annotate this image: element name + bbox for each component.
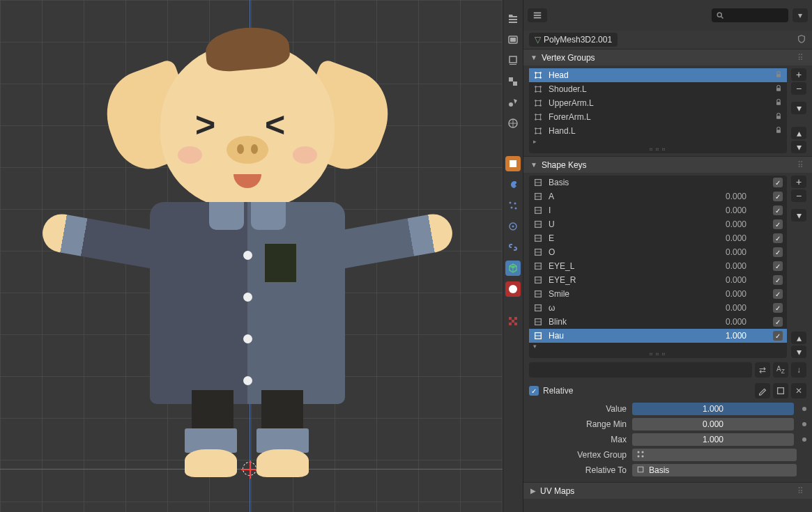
shape-key-mute-checkbox[interactable]: ✓	[773, 219, 783, 229]
shape-key-name-input[interactable]	[529, 362, 752, 378]
modifier-tab[interactable]	[505, 177, 521, 192]
vertex-groups-list[interactable]: HeadShouder.LUpperArm.LForerArm.LHand.L …	[529, 68, 787, 153]
shape-key-mute-checkbox[interactable]: ✓	[773, 275, 783, 285]
lock-icon[interactable]	[774, 70, 783, 81]
list-expand-arrow[interactable]: ▸	[529, 138, 787, 146]
render-tab[interactable]	[505, 32, 521, 47]
shape-keys-list[interactable]: Basis✓A0.000✓I0.000✓U0.000✓E0.000✓O0.000…	[529, 176, 787, 358]
search-input[interactable]	[712, 8, 788, 22]
shape-key-mute-checkbox[interactable]: ✓	[773, 303, 783, 313]
move-shape-key-down-button[interactable]: ▾	[791, 346, 806, 358]
shirt-button-1	[243, 251, 252, 260]
shape-key-row[interactable]: Hau1.000✓	[529, 329, 787, 343]
list-expand-arrow[interactable]: ▾	[529, 343, 787, 351]
vertex-group-row[interactable]: Shouder.L	[529, 82, 787, 96]
shape-key-row[interactable]: Smile0.000✓	[529, 287, 787, 301]
lock-icon[interactable]	[774, 126, 783, 137]
vertex-groups-header[interactable]: ▼ Vertex Groups ⠿	[523, 49, 812, 65]
options-dropdown[interactable]: ▾	[792, 8, 808, 22]
shape-key-mute-checkbox[interactable]: ✓	[773, 261, 783, 271]
move-shape-key-up-button[interactable]: ▴	[791, 332, 806, 344]
shape-key-mute-checkbox[interactable]: ✓	[773, 331, 783, 341]
remove-shape-key-button[interactable]: −	[791, 189, 806, 202]
shape-key-clear-button[interactable]: ✕	[791, 383, 806, 398]
cheek-right	[293, 146, 317, 164]
material-tab[interactable]	[505, 281, 521, 297]
shape-key-row[interactable]: A0.000✓	[529, 189, 787, 203]
eye-right: <	[265, 104, 285, 145]
shape-key-mute-checkbox[interactable]: ✓	[773, 317, 783, 327]
list-resize-grip[interactable]: ⠶⠶⠶	[529, 351, 787, 358]
scene-tab[interactable]	[505, 95, 521, 110]
shape-key-row[interactable]: EYE_L0.000✓	[529, 259, 787, 273]
texture-tab[interactable]	[505, 313, 521, 329]
particle-tab[interactable]	[505, 198, 521, 213]
shape-key-name: ω	[549, 303, 726, 313]
mesh-data-tab[interactable]	[505, 261, 521, 276]
vertex-group-row[interactable]: Hand.L	[529, 124, 787, 138]
shape-key-row[interactable]: ω0.000✓	[529, 301, 787, 315]
add-shape-key-button[interactable]: +	[791, 176, 806, 188]
shape-key-row[interactable]: E0.000✓	[529, 231, 787, 245]
add-vertex-group-button[interactable]: +	[791, 68, 806, 81]
shape-key-row[interactable]: U0.000✓	[529, 217, 787, 231]
shape-key-edit-mode-button[interactable]	[755, 383, 770, 398]
shape-key-value: 0.000	[726, 247, 746, 257]
shape-key-mute-checkbox[interactable]: ✓	[773, 247, 783, 257]
character-model[interactable]: > <	[42, 28, 453, 474]
3d-viewport[interactable]: > <	[0, 0, 503, 512]
value-field[interactable]: 1.000	[632, 403, 794, 415]
move-vertex-group-down-button[interactable]: ▾	[791, 141, 806, 153]
shape-key-sort-reverse-button[interactable]: ↓	[791, 362, 806, 378]
shape-key-left-right-icon[interactable]: ⇄	[755, 362, 770, 378]
shape-key-row[interactable]: Basis✓	[529, 176, 787, 189]
object-tab[interactable]	[505, 156, 521, 171]
viewlayer-tab[interactable]	[505, 74, 521, 89]
anim-dot[interactable]	[802, 422, 806, 426]
shape-key-specials-dropdown[interactable]: ▾	[791, 209, 806, 222]
shape-key-mute-checkbox[interactable]: ✓	[773, 233, 783, 243]
lock-icon[interactable]	[774, 112, 783, 123]
vertex-group-row[interactable]: Head	[529, 68, 787, 82]
shape-keys-header[interactable]: ▼ Shape Keys ⠿	[523, 156, 812, 173]
vertex-group-row[interactable]: UpperArm.L	[529, 96, 787, 110]
svg-rect-16	[514, 317, 517, 320]
shape-key-name: Hau	[549, 331, 726, 341]
fake-user-icon[interactable]	[797, 34, 806, 46]
relative-to-field[interactable]: Basis	[632, 464, 797, 476]
uv-maps-header[interactable]: ▶ UV Maps ⠿	[523, 482, 812, 499]
anim-dot[interactable]	[802, 437, 806, 442]
shape-key-mute-checkbox[interactable]: ✓	[773, 192, 783, 201]
shape-key-mute-checkbox[interactable]: ✓	[773, 178, 783, 187]
vertex-group-row[interactable]: ForerArm.L	[529, 110, 787, 124]
anim-dot[interactable]	[802, 407, 806, 411]
svg-rect-61	[778, 388, 784, 394]
shape-key-mute-checkbox[interactable]: ✓	[773, 205, 783, 215]
editor-type-dropdown[interactable]	[528, 8, 547, 22]
vertex-group-field[interactable]	[632, 449, 797, 461]
shape-key-row[interactable]: Blink0.000✓	[529, 315, 787, 329]
shape-key-row[interactable]: O0.000✓	[529, 245, 787, 259]
relative-checkbox[interactable]: ✓	[529, 386, 539, 396]
tool-tab[interactable]	[505, 11, 521, 26]
list-resize-grip[interactable]: ⠶⠶⠶	[529, 146, 787, 153]
mesh-datablock[interactable]: ▽ PolyMesh3D2.001	[529, 33, 618, 47]
constraint-tab[interactable]	[505, 240, 521, 255]
max-field[interactable]: 1.000	[632, 433, 794, 446]
lock-icon[interactable]	[774, 84, 783, 95]
shape-key-mute-checkbox[interactable]: ✓	[773, 289, 783, 299]
vertex-group-icon	[533, 98, 544, 108]
shape-key-lock-button[interactable]	[773, 383, 788, 398]
range-min-field[interactable]: 0.000	[632, 418, 794, 430]
vertex-group-specials-dropdown[interactable]: ▾	[791, 102, 806, 114]
shape-key-row[interactable]: EYE_R0.000✓	[529, 273, 787, 287]
physics-tab[interactable]	[505, 219, 521, 234]
shape-key-value: 0.000	[726, 317, 746, 327]
shape-key-row[interactable]: I0.000✓	[529, 203, 787, 217]
move-vertex-group-up-button[interactable]: ▴	[791, 127, 806, 139]
world-tab[interactable]	[505, 116, 521, 131]
shape-key-sort-button[interactable]: AZ	[773, 362, 788, 378]
output-tab[interactable]	[505, 53, 521, 68]
lock-icon[interactable]	[774, 98, 783, 109]
remove-vertex-group-button[interactable]: −	[791, 82, 806, 95]
